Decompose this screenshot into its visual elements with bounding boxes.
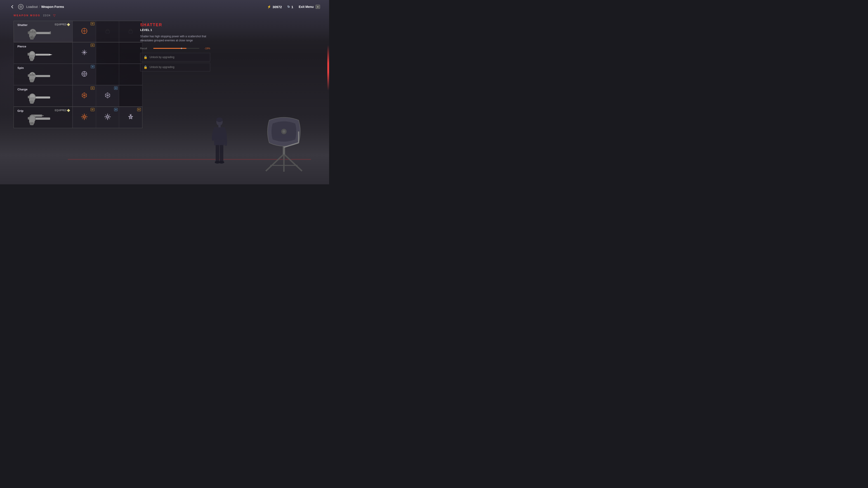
- unlock-text-1: Unlock by upgrading: [150, 56, 174, 59]
- detail-title: SHATTER: [140, 23, 210, 27]
- radar-dish: [252, 113, 315, 173]
- mod-cell-grip-1[interactable]: IV: [72, 107, 96, 128]
- weapon-row-grip[interactable]: Grip EQUIPPED: [13, 107, 143, 128]
- svg-line-109: [105, 118, 107, 119]
- svg-point-59: [33, 74, 35, 76]
- character-figure: [209, 116, 230, 168]
- breadcrumb-current: Weapon Forms: [41, 5, 64, 8]
- svg-rect-52: [35, 75, 50, 77]
- mod-cell-shatter-1[interactable]: IV: [72, 21, 96, 42]
- mod-cell-shatter-3: [119, 21, 142, 42]
- weapon-cell-pierce: Pierce: [14, 42, 72, 64]
- mod-icon-charge-2: [104, 92, 111, 100]
- svg-point-51: [84, 52, 85, 53]
- mod-icon-charge-1: [81, 92, 88, 100]
- mod-cell-pierce-3: [119, 42, 142, 64]
- filter-icon[interactable]: ▽: [53, 13, 56, 17]
- mod-icon-shatter-3: [127, 28, 134, 35]
- svg-line-108: [108, 115, 110, 116]
- weapon-row-shatter[interactable]: Shatter EQUIPPED: [13, 21, 143, 42]
- unlock-row-2[interactable]: 🔒 Unlock by upgrading: [140, 63, 210, 71]
- breadcrumb-parent[interactable]: Loadout: [26, 5, 38, 8]
- svg-point-28: [34, 31, 35, 33]
- tier-badge-spin-1: III: [91, 65, 94, 68]
- svg-rect-92: [28, 117, 30, 120]
- svg-point-23: [32, 30, 34, 32]
- svg-line-99: [85, 115, 87, 116]
- equipped-diamond-grip: [67, 109, 70, 112]
- mod-cell-charge-3: [119, 86, 142, 106]
- mod-icon-shatter-1: [81, 27, 88, 36]
- back-button[interactable]: [9, 4, 16, 10]
- mod-cell-pierce-1[interactable]: IV: [72, 42, 96, 64]
- mod-cell-grip-3[interactable]: IV: [119, 107, 142, 128]
- mod-cells-shatter: IV: [72, 21, 142, 42]
- weapon-cell-charge: Charge: [14, 86, 72, 106]
- svg-line-101: [85, 118, 87, 119]
- section-header: WEAPON MODS 22/24 ▽: [13, 13, 143, 17]
- mod-icon-grip-1: [81, 113, 88, 122]
- breadcrumb-sep: /: [39, 5, 40, 8]
- breadcrumb: Loadout / Weapon Forms: [26, 5, 64, 8]
- stat-change-recoil: -19%: [201, 47, 210, 50]
- exit-menu-button[interactable]: Exit Menu ≡: [299, 5, 320, 9]
- svg-rect-20: [36, 32, 51, 34]
- section-title: WEAPON MODS: [13, 14, 40, 17]
- tier-badge-pierce-1: IV: [91, 43, 94, 47]
- stat-row-recoil: Recoil -19%: [140, 47, 210, 50]
- unlock-text-2: Unlock by upgrading: [150, 66, 174, 69]
- mod-cell-charge-2[interactable]: III: [96, 86, 119, 106]
- svg-point-18: [20, 6, 21, 7]
- mod-icon-grip-3: [127, 113, 134, 122]
- stat-dot-recoil: [181, 48, 182, 49]
- top-bar: Loadout / Weapon Forms ⚡ 30972 ↻ 1 Exit …: [0, 0, 329, 13]
- ammo-icon: ↻: [287, 5, 290, 8]
- weapon-row-pierce[interactable]: Pierce: [13, 42, 143, 64]
- svg-rect-41: [35, 54, 49, 56]
- mod-cell-spin-3: [119, 64, 142, 85]
- weapon-img-grip: [18, 111, 54, 126]
- mod-icon-pierce-1: [81, 49, 88, 57]
- svg-point-1: [216, 118, 223, 122]
- svg-point-14: [283, 130, 285, 133]
- mod-cells-grip: IV: [72, 107, 142, 128]
- tier-badge-grip-3: IV: [137, 108, 141, 111]
- lock-icon-1: 🔒: [144, 55, 147, 59]
- equipped-label-grip: EQUIPPED: [55, 109, 66, 111]
- mod-icon-spin-1: [81, 70, 88, 79]
- mod-cell-spin-2: [96, 64, 119, 85]
- mod-cells-spin: III: [72, 64, 142, 85]
- mod-icon-shatter-2: [104, 28, 111, 35]
- weapon-img-charge: [18, 90, 54, 105]
- svg-rect-39: [106, 31, 110, 33]
- currency-display: ⚡ 30972: [267, 5, 282, 9]
- equipped-diamond-shatter: [67, 23, 70, 26]
- main-content: WEAPON MODS 22/24 ▽ Shatter EQUIPPED: [13, 13, 143, 128]
- mod-cells-pierce: IV: [72, 42, 142, 64]
- mod-cells-charge: IV III: [72, 86, 142, 106]
- svg-point-65: [84, 73, 85, 74]
- mod-cell-spin-1[interactable]: III: [72, 64, 96, 85]
- svg-rect-31: [28, 31, 30, 34]
- svg-rect-85: [42, 115, 43, 116]
- weapon-cell-grip: Grip EQUIPPED: [14, 107, 72, 128]
- mod-cell-charge-1[interactable]: IV: [72, 86, 96, 106]
- currency-icon: ⚡: [267, 5, 271, 8]
- svg-rect-62: [28, 74, 30, 77]
- right-panel: SHATTER LEVEL 1 Shatter has high stoppin…: [140, 23, 210, 73]
- stat-label-recoil: Recoil: [140, 47, 151, 50]
- detail-description: Shatter has high stopping power with a s…: [140, 34, 210, 42]
- weapon-row-spin[interactable]: Spin: [13, 64, 143, 85]
- weapon-row-charge[interactable]: Charge IV: [13, 85, 143, 107]
- svg-rect-33: [50, 31, 51, 34]
- detail-level: LEVEL 1: [140, 28, 210, 32]
- unlock-row-1[interactable]: 🔒 Unlock by upgrading: [140, 53, 210, 61]
- ammo-display: ↻ 1: [287, 5, 293, 9]
- tier-badge-shatter-1: IV: [91, 22, 94, 25]
- weapon-img-pierce: [18, 47, 54, 62]
- mod-cell-grip-2[interactable]: III: [96, 107, 119, 128]
- svg-line-107: [105, 115, 107, 116]
- exit-label: Exit Menu: [299, 5, 313, 8]
- svg-line-9: [284, 154, 302, 171]
- svg-point-38: [84, 31, 85, 31]
